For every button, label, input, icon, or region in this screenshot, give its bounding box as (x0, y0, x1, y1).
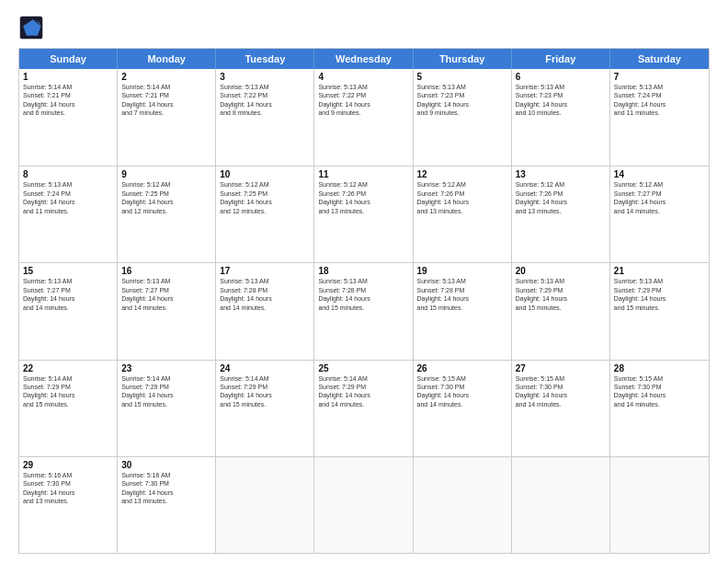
cell-info: Sunrise: 5:16 AMSunset: 7:30 PMDaylight:… (121, 471, 211, 506)
cell-info: Sunrise: 5:16 AMSunset: 7:30 PMDaylight:… (23, 471, 113, 506)
cell-info: Sunrise: 5:14 AMSunset: 7:29 PMDaylight:… (318, 374, 408, 409)
cell-info: Sunrise: 5:13 AMSunset: 7:22 PMDaylight:… (318, 83, 408, 118)
calendar-cell: 1Sunrise: 5:14 AMSunset: 7:21 PMDaylight… (19, 69, 118, 166)
cell-day-number: 5 (417, 72, 507, 82)
cell-day-number: 6 (516, 72, 606, 82)
calendar-cell: 17Sunrise: 5:13 AMSunset: 7:28 PMDayligh… (216, 263, 314, 359)
cell-day-number: 1 (23, 72, 113, 82)
calendar-cell: 19Sunrise: 5:13 AMSunset: 7:28 PMDayligh… (414, 263, 512, 359)
calendar-cell: 20Sunrise: 5:13 AMSunset: 7:29 PMDayligh… (512, 263, 610, 359)
cell-day-number: 27 (516, 363, 606, 373)
calendar-cell: 11Sunrise: 5:12 AMSunset: 7:26 PMDayligh… (314, 167, 413, 262)
cell-info: Sunrise: 5:14 AMSunset: 7:29 PMDaylight:… (220, 374, 310, 409)
calendar-cell: 5Sunrise: 5:13 AMSunset: 7:23 PMDaylight… (414, 69, 512, 166)
cell-day-number: 19 (417, 266, 507, 276)
cell-day-number: 13 (516, 169, 606, 179)
calendar-row-5: 29Sunrise: 5:16 AMSunset: 7:30 PMDayligh… (19, 456, 709, 553)
logo (18, 15, 48, 40)
cell-info: Sunrise: 5:14 AMSunset: 7:29 PMDaylight:… (23, 374, 113, 409)
cell-day-number: 10 (220, 169, 310, 179)
calendar-cell: 2Sunrise: 5:14 AMSunset: 7:21 PMDaylight… (118, 69, 216, 166)
cell-info: Sunrise: 5:13 AMSunset: 7:22 PMDaylight:… (220, 83, 310, 118)
header-day-sunday: Sunday (19, 49, 118, 69)
cell-day-number: 28 (614, 363, 705, 373)
cell-info: Sunrise: 5:12 AMSunset: 7:25 PMDaylight:… (121, 180, 211, 215)
cell-info: Sunrise: 5:13 AMSunset: 7:28 PMDaylight:… (417, 277, 507, 312)
header-day-friday: Friday (512, 49, 610, 69)
calendar-cell: 28Sunrise: 5:15 AMSunset: 7:30 PMDayligh… (610, 361, 709, 456)
calendar-cell: 21Sunrise: 5:13 AMSunset: 7:29 PMDayligh… (610, 263, 709, 359)
cell-day-number: 16 (121, 266, 211, 276)
cell-day-number: 26 (417, 363, 507, 373)
calendar-row-2: 8Sunrise: 5:13 AMSunset: 7:24 PMDaylight… (19, 166, 709, 262)
calendar-cell: 30Sunrise: 5:16 AMSunset: 7:30 PMDayligh… (118, 457, 216, 553)
cell-day-number: 7 (614, 72, 705, 82)
cell-day-number: 17 (220, 266, 310, 276)
cell-info: Sunrise: 5:13 AMSunset: 7:24 PMDaylight:… (614, 83, 705, 118)
cell-day-number: 8 (23, 169, 113, 179)
header-day-saturday: Saturday (610, 49, 709, 69)
calendar-cell: 24Sunrise: 5:14 AMSunset: 7:29 PMDayligh… (216, 361, 314, 456)
calendar-cell: 12Sunrise: 5:12 AMSunset: 7:26 PMDayligh… (414, 167, 512, 262)
cell-day-number: 9 (121, 169, 211, 179)
calendar-cell: 4Sunrise: 5:13 AMSunset: 7:22 PMDaylight… (314, 69, 413, 166)
calendar-row-1: 1Sunrise: 5:14 AMSunset: 7:21 PMDaylight… (19, 69, 709, 166)
header-day-tuesday: Tuesday (216, 49, 314, 69)
cell-info: Sunrise: 5:13 AMSunset: 7:27 PMDaylight:… (23, 277, 113, 312)
cell-info: Sunrise: 5:12 AMSunset: 7:25 PMDaylight:… (220, 180, 310, 215)
calendar-row-4: 22Sunrise: 5:14 AMSunset: 7:29 PMDayligh… (19, 360, 709, 456)
cell-info: Sunrise: 5:15 AMSunset: 7:30 PMDaylight:… (516, 374, 606, 409)
calendar-cell (610, 457, 709, 553)
cell-day-number: 22 (23, 363, 113, 373)
cell-info: Sunrise: 5:13 AMSunset: 7:29 PMDaylight:… (614, 277, 705, 312)
cell-day-number: 30 (121, 460, 211, 470)
cell-info: Sunrise: 5:12 AMSunset: 7:26 PMDaylight:… (516, 180, 606, 215)
calendar-cell: 7Sunrise: 5:13 AMSunset: 7:24 PMDaylight… (610, 69, 709, 166)
cell-day-number: 25 (318, 363, 408, 373)
calendar-body: 1Sunrise: 5:14 AMSunset: 7:21 PMDaylight… (19, 69, 709, 553)
calendar: SundayMondayTuesdayWednesdayThursdayFrid… (18, 48, 710, 554)
cell-info: Sunrise: 5:14 AMSunset: 7:29 PMDaylight:… (121, 374, 211, 409)
calendar-cell: 10Sunrise: 5:12 AMSunset: 7:25 PMDayligh… (216, 167, 314, 262)
cell-day-number: 23 (121, 363, 211, 373)
header-day-monday: Monday (118, 49, 216, 69)
cell-info: Sunrise: 5:13 AMSunset: 7:28 PMDaylight:… (220, 277, 310, 312)
calendar-cell: 26Sunrise: 5:15 AMSunset: 7:30 PMDayligh… (414, 361, 512, 456)
calendar-cell (512, 457, 610, 553)
cell-day-number: 11 (318, 169, 408, 179)
calendar-cell: 27Sunrise: 5:15 AMSunset: 7:30 PMDayligh… (512, 361, 610, 456)
cell-info: Sunrise: 5:12 AMSunset: 7:27 PMDaylight:… (614, 180, 705, 215)
cell-day-number: 21 (614, 266, 705, 276)
calendar-cell: 9Sunrise: 5:12 AMSunset: 7:25 PMDaylight… (118, 167, 216, 262)
cell-day-number: 20 (516, 266, 606, 276)
calendar-cell: 13Sunrise: 5:12 AMSunset: 7:26 PMDayligh… (512, 167, 610, 262)
calendar-cell: 25Sunrise: 5:14 AMSunset: 7:29 PMDayligh… (314, 361, 413, 456)
calendar-cell: 15Sunrise: 5:13 AMSunset: 7:27 PMDayligh… (19, 263, 118, 359)
cell-info: Sunrise: 5:13 AMSunset: 7:29 PMDaylight:… (516, 277, 606, 312)
cell-info: Sunrise: 5:13 AMSunset: 7:24 PMDaylight:… (23, 180, 113, 215)
cell-info: Sunrise: 5:13 AMSunset: 7:23 PMDaylight:… (417, 83, 507, 118)
calendar-cell: 23Sunrise: 5:14 AMSunset: 7:29 PMDayligh… (118, 361, 216, 456)
calendar-row-3: 15Sunrise: 5:13 AMSunset: 7:27 PMDayligh… (19, 262, 709, 359)
cell-day-number: 15 (23, 266, 113, 276)
calendar-cell: 14Sunrise: 5:12 AMSunset: 7:27 PMDayligh… (610, 167, 709, 262)
cell-info: Sunrise: 5:14 AMSunset: 7:21 PMDaylight:… (121, 83, 211, 118)
calendar-header: SundayMondayTuesdayWednesdayThursdayFrid… (19, 49, 709, 69)
page: SundayMondayTuesdayWednesdayThursdayFrid… (0, 0, 728, 563)
cell-day-number: 4 (318, 72, 408, 82)
header-day-wednesday: Wednesday (314, 49, 413, 69)
calendar-cell (414, 457, 512, 553)
calendar-cell: 6Sunrise: 5:13 AMSunset: 7:23 PMDaylight… (512, 69, 610, 166)
calendar-cell: 18Sunrise: 5:13 AMSunset: 7:28 PMDayligh… (314, 263, 413, 359)
cell-info: Sunrise: 5:15 AMSunset: 7:30 PMDaylight:… (417, 374, 507, 409)
cell-info: Sunrise: 5:12 AMSunset: 7:26 PMDaylight:… (318, 180, 408, 215)
calendar-cell: 8Sunrise: 5:13 AMSunset: 7:24 PMDaylight… (19, 167, 118, 262)
calendar-cell: 22Sunrise: 5:14 AMSunset: 7:29 PMDayligh… (19, 361, 118, 456)
header-day-thursday: Thursday (414, 49, 512, 69)
cell-day-number: 3 (220, 72, 310, 82)
cell-day-number: 14 (614, 169, 705, 179)
cell-info: Sunrise: 5:12 AMSunset: 7:26 PMDaylight:… (417, 180, 507, 215)
header (18, 15, 710, 40)
calendar-cell: 29Sunrise: 5:16 AMSunset: 7:30 PMDayligh… (19, 457, 118, 553)
calendar-cell: 3Sunrise: 5:13 AMSunset: 7:22 PMDaylight… (216, 69, 314, 166)
